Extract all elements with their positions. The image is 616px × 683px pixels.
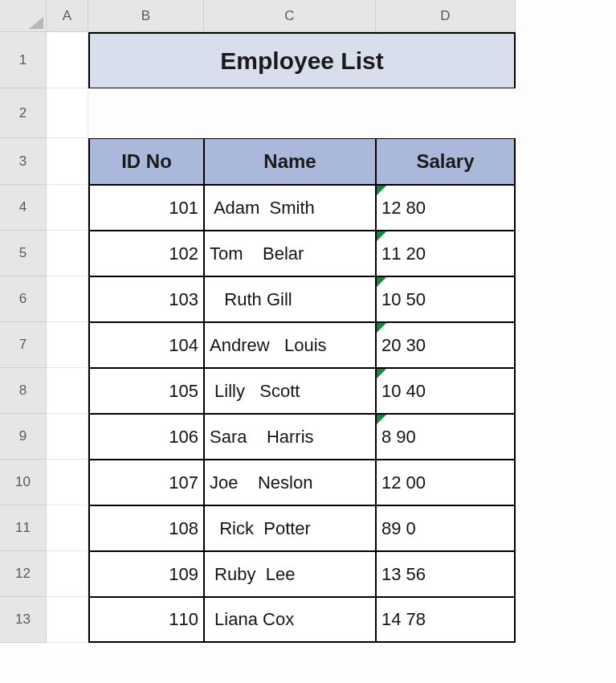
header-id[interactable]: ID No [88, 138, 204, 185]
cell-salary[interactable]: 11 20 [376, 231, 516, 276]
row-header-10[interactable]: 10 [0, 460, 47, 505]
col-header-B[interactable]: B [88, 0, 204, 32]
cell-name[interactable]: Andrew Louis [204, 322, 376, 368]
cell-name[interactable]: Rick Potter [204, 505, 376, 551]
table-title[interactable]: Employee List [88, 32, 516, 88]
cell-salary[interactable]: 12 00 [376, 460, 516, 505]
cell-salary[interactable]: 8 90 [376, 414, 516, 460]
cell-name[interactable]: Adam Smith [204, 185, 376, 231]
cell-A3[interactable] [47, 138, 88, 185]
row-header-9[interactable]: 9 [0, 414, 47, 460]
cell-A4[interactable] [47, 185, 88, 231]
col-header-D[interactable]: D [376, 0, 516, 32]
cell-salary[interactable]: 89 0 [376, 505, 516, 551]
cell-id[interactable]: 107 [88, 460, 204, 505]
cell-salary[interactable]: 14 78 [376, 597, 516, 643]
cell-id[interactable]: 109 [88, 551, 204, 597]
cell-A9[interactable] [47, 414, 88, 460]
row-header-7[interactable]: 7 [0, 322, 47, 368]
cell-A2[interactable] [47, 88, 88, 138]
cell-A12[interactable] [47, 551, 88, 597]
cell-id[interactable]: 110 [88, 597, 204, 643]
cell-id[interactable]: 101 [88, 185, 204, 231]
col-header-A[interactable]: A [47, 0, 88, 32]
cell-A11[interactable] [47, 505, 88, 551]
row-header-12[interactable]: 12 [0, 551, 47, 597]
cell-name[interactable]: Liana Cox [204, 597, 376, 643]
row-header-8[interactable]: 8 [0, 368, 47, 414]
cell-name[interactable]: Sara Harris [204, 414, 376, 460]
header-name[interactable]: Name [204, 138, 376, 185]
spreadsheet-grid[interactable]: A B C D 1 2 3 4 5 6 7 8 9 10 11 12 13 Em… [0, 0, 616, 643]
cell-name[interactable]: Joe Neslon [204, 460, 376, 505]
row-header-11[interactable]: 11 [0, 505, 47, 551]
row-header-3[interactable]: 3 [0, 138, 47, 185]
row-header-4[interactable]: 4 [0, 185, 47, 231]
cell-A1[interactable] [47, 32, 88, 88]
select-all-corner[interactable] [0, 0, 47, 32]
row-header-2[interactable]: 2 [0, 88, 47, 138]
cell-id[interactable]: 103 [88, 276, 204, 322]
cell-A13[interactable] [47, 597, 88, 643]
cell-id[interactable]: 102 [88, 231, 204, 276]
cell-id[interactable]: 106 [88, 414, 204, 460]
cell-id[interactable]: 104 [88, 322, 204, 368]
cell-A5[interactable] [47, 231, 88, 276]
header-salary[interactable]: Salary [376, 138, 516, 185]
cell-A6[interactable] [47, 276, 88, 322]
cell-salary[interactable]: 12 80 [376, 185, 516, 231]
row-header-5[interactable]: 5 [0, 231, 47, 276]
cell-name[interactable]: Lilly Scott [204, 368, 376, 414]
cell-A10[interactable] [47, 460, 88, 505]
cell-id[interactable]: 105 [88, 368, 204, 414]
row-header-6[interactable]: 6 [0, 276, 47, 322]
cell-salary[interactable]: 13 56 [376, 551, 516, 597]
cell-A8[interactable] [47, 368, 88, 414]
cell-id[interactable]: 108 [88, 505, 204, 551]
row-header-1[interactable]: 1 [0, 32, 47, 88]
cell-name[interactable]: Ruth Gill [204, 276, 376, 322]
cell-name[interactable]: Ruby Lee [204, 551, 376, 597]
cell-salary[interactable]: 20 30 [376, 322, 516, 368]
cell-A7[interactable] [47, 322, 88, 368]
col-header-C[interactable]: C [204, 0, 376, 32]
row-header-13[interactable]: 13 [0, 597, 47, 643]
cell-salary[interactable]: 10 50 [376, 276, 516, 322]
cell-name[interactable]: Tom Belar [204, 231, 376, 276]
cell-salary[interactable]: 10 40 [376, 368, 516, 414]
